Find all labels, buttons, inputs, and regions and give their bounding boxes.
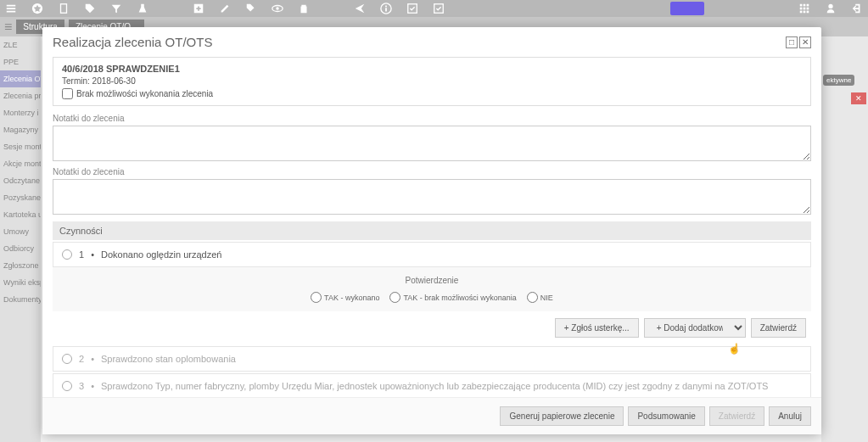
task-radio-icon[interactable] — [62, 249, 72, 260]
user-icon[interactable] — [824, 2, 837, 15]
modal-body: 40/6/2018 SPRAWDZENIE1 Termin: 2018-06-3… — [42, 57, 821, 397]
svg-rect-16 — [807, 11, 809, 14]
svg-point-17 — [828, 4, 832, 8]
sidebar-item[interactable]: Monterzy i bry — [0, 104, 41, 121]
brak-checkbox[interactable] — [62, 88, 73, 99]
task-zatwierdz-button[interactable]: Zatwierdź — [751, 318, 806, 338]
apps-icon[interactable] — [798, 2, 811, 15]
check-square2-icon[interactable] — [432, 2, 445, 15]
dodaj-akcje-select[interactable]: + Dodaj dodatkową akcje... — [644, 318, 746, 338]
sidebar-item[interactable]: Dokumenty — [0, 291, 41, 308]
task-row-2[interactable]: 2 • Sprawdzono stan oplombowania — [53, 346, 811, 372]
tag-icon[interactable] — [83, 2, 97, 15]
logout-icon[interactable] — [850, 2, 864, 15]
task-text: Dokonano oględzin urządzeń — [101, 249, 222, 260]
zglos-usterke-button[interactable]: + Zgłoś usterkę... — [555, 318, 639, 338]
task-text: Sprawdzono Typ, numer fabryczny, plomby … — [101, 381, 768, 391]
task-actions: + Zgłoś usterkę... + Dodaj dodatkową akc… — [53, 311, 811, 344]
czynnosci-header: Czynności — [53, 221, 811, 240]
svg-rect-15 — [804, 11, 806, 14]
sidebar-item-active[interactable]: Zlecenia OT/O — [0, 70, 41, 87]
sidebar-item[interactable]: Sesje monter — [0, 138, 41, 155]
task-bullet: • — [91, 381, 94, 391]
order-number: 40/6/2018 SPRAWDZENIE1 — [62, 64, 802, 74]
task-num: 2 — [79, 354, 84, 364]
star-icon[interactable] — [31, 2, 44, 15]
task-bullet: • — [91, 249, 94, 260]
svg-rect-8 — [800, 4, 803, 7]
svg-rect-12 — [804, 8, 806, 10]
zatwierdz-button[interactable]: Zatwierdź — [709, 406, 764, 426]
sidebar-item[interactable]: Kartoteka urz — [0, 206, 41, 223]
conf-radio-tak[interactable] — [311, 292, 322, 303]
sidebar-item[interactable]: Pozyskane ukl — [0, 189, 41, 206]
termin-row: Termin: 2018-06-30 — [62, 76, 802, 86]
eye-icon[interactable] — [271, 2, 284, 15]
conf-radio-nie[interactable] — [527, 292, 538, 303]
sidebar-item[interactable]: Wyniki ekspor — [0, 274, 41, 291]
svg-rect-9 — [804, 4, 806, 7]
task-row-3[interactable]: 3 • Sprawdzono Typ, numer fabryczny, plo… — [53, 373, 811, 397]
termin-label: Termin: — [62, 76, 90, 86]
brak-checkbox-label[interactable]: Brak możliwości wykonania zlecenia — [62, 88, 802, 99]
sidebar-item[interactable]: ZLE — [0, 36, 41, 53]
tags-icon[interactable] — [244, 2, 258, 15]
task-radio-icon[interactable] — [62, 354, 72, 364]
edit-icon[interactable] — [218, 2, 232, 15]
sidebar-item[interactable]: PPE — [0, 53, 41, 70]
order-info-block: 40/6/2018 SPRAWDZENIE1 Termin: 2018-06-3… — [53, 57, 811, 106]
check-square-icon[interactable] — [406, 2, 419, 15]
termin-value: 2018-06-30 — [92, 76, 136, 86]
clipboard-icon[interactable] — [57, 2, 70, 15]
conf-opt2[interactable]: TAK - brak możliwości wykonania — [389, 292, 516, 303]
svg-rect-10 — [807, 4, 809, 7]
trash-icon[interactable] — [297, 2, 311, 15]
close-icon[interactable]: ✕ — [799, 36, 811, 48]
confirmation-options: TAK - wykonano TAK - brak możliwości wyk… — [61, 292, 803, 303]
filter-icon[interactable] — [109, 2, 123, 15]
menu-icon[interactable] — [4, 2, 18, 15]
task-text: Sprawdzono stan oplombowania — [101, 354, 236, 364]
conf-opt3[interactable]: NIE — [527, 292, 553, 303]
notes-label-1: Notatki do zlecenia — [53, 111, 811, 126]
confirmation-block: Potwierdzenie TAK - wykonano TAK - brak … — [53, 267, 811, 311]
sidebar-item[interactable]: Odbiorcy — [0, 240, 41, 257]
task-bullet: • — [91, 354, 94, 364]
plus-icon[interactable] — [192, 2, 205, 15]
sidebar-item[interactable]: Odczytane da — [0, 172, 41, 189]
sidebar-item[interactable]: Zlecenia przy — [0, 87, 41, 104]
info-icon[interactable] — [379, 2, 393, 15]
sidebar-item[interactable]: Magazyny — [0, 121, 41, 138]
close-panel-icon[interactable]: ✕ — [851, 92, 866, 104]
flask-icon[interactable] — [136, 2, 149, 15]
badge-fragment: ektywne — [823, 75, 854, 86]
podsumowanie-button[interactable]: Podsumowanie — [628, 406, 704, 426]
svg-rect-14 — [800, 11, 803, 14]
anuluj-button[interactable]: Anuluj — [769, 406, 811, 426]
task-num: 1 — [79, 249, 84, 260]
sidebar-item[interactable]: Umowy — [0, 223, 41, 240]
notes-textarea-1[interactable] — [53, 126, 811, 161]
svg-rect-11 — [800, 8, 803, 10]
svg-rect-13 — [807, 8, 809, 10]
generuj-button[interactable]: Generuj papierowe zlecenie — [500, 406, 624, 426]
top-toolbar — [0, 0, 868, 17]
sidebar-item[interactable]: Zgłoszone ble — [0, 257, 41, 274]
modal-dialog: Realizacja zlecenia OT/OTS □ ✕ 40/6/2018… — [42, 27, 821, 434]
svg-point-4 — [276, 7, 279, 10]
sidebar-item[interactable]: Akcje monter — [0, 155, 41, 172]
confirmation-label: Potwierdzenie — [61, 276, 803, 285]
modal-header: Realizacja zlecenia OT/OTS □ ✕ — [42, 27, 821, 57]
task-radio-icon[interactable] — [62, 381, 72, 391]
task-row-1[interactable]: 1 • Dokonano oględzin urządzeń — [53, 242, 811, 267]
cursor-icon: ☝ — [728, 343, 741, 355]
notes-textarea-2[interactable] — [53, 179, 811, 215]
purple-indicator — [670, 2, 704, 15]
send-icon[interactable] — [353, 2, 367, 15]
svg-rect-1 — [61, 4, 67, 14]
hamburger-icon[interactable]: ≡ — [4, 20, 12, 35]
modal-title: Realizacja zlecenia OT/OTS — [53, 35, 212, 49]
conf-opt1[interactable]: TAK - wykonano — [311, 292, 379, 303]
maximize-icon[interactable]: □ — [786, 36, 798, 48]
conf-radio-tak-brak[interactable] — [389, 292, 400, 303]
